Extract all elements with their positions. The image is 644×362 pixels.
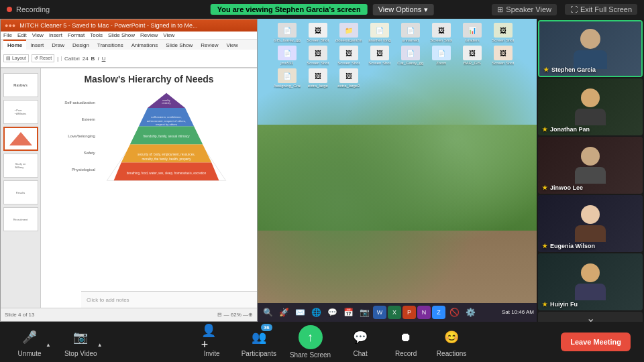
slide-thumb-6[interactable]: Recruitment [3, 207, 38, 231]
chat-button[interactable]: 💬 Chat [344, 326, 376, 357]
dock-launchpad[interactable]: 🚀 [276, 305, 291, 320]
svg-text:self-esteem, confidence,: self-esteem, confidence, [151, 115, 181, 119]
ppt-main-slide[interactable]: Maslow's Hierarchy of Needs Self-actuali… [41, 68, 257, 308]
desktop-icon-12[interactable]: 🖼 Screen Shot [366, 46, 394, 66]
record-button[interactable]: ⏺ Record [390, 326, 422, 357]
ppt-underline[interactable]: U [102, 56, 106, 62]
screen-share-info: You are viewing Stephen Garcia's screen … [211, 4, 434, 15]
dock-settings[interactable]: ⚙️ [463, 305, 478, 320]
dock-onenote[interactable]: N [417, 306, 431, 319]
desktop-icon-16[interactable]: 🖼 Screen Shot [489, 46, 517, 66]
desktop-icon-2[interactable]: 🖼 Screen Shot [304, 23, 332, 43]
ppt-menu-edit[interactable]: Edit [17, 32, 27, 38]
dock-word[interactable]: W [373, 306, 386, 319]
desktop-icon-17[interactable]: 📄 Assigning_Grains [273, 68, 301, 88]
share-screen-button[interactable]: ↑ Share Screen [290, 325, 331, 359]
stop-video-button[interactable]: 📷 Stop Video [64, 326, 97, 357]
main-content: ●●● MITCH Cleaner 5 - Saved to Mac - Pow… [0, 19, 644, 322]
notes-panel[interactable]: Click to add notes [81, 291, 257, 308]
ppt-menu-view2[interactable]: View [163, 32, 174, 38]
dock-photos[interactable]: 📷 [357, 305, 372, 320]
dock-powerpoint[interactable]: P [402, 306, 416, 319]
dock-zoom[interactable]: Z [432, 306, 445, 319]
ppt-tab-bar: Home Insert Draw Design Transitions Anim… [1, 40, 257, 50]
ppt-toolbar-layout[interactable]: ▤ Layout [3, 54, 29, 62]
dock-finder[interactable]: 🔍 [260, 305, 275, 320]
ppt-menu-review[interactable]: Review [140, 32, 158, 38]
participant-tile-eugenia: ★ Eugenia Wilson [538, 195, 643, 252]
desktop-icon-1[interactable]: 📄 GIS_Garey_gg [273, 23, 301, 43]
desktop-icon-11[interactable]: 🖼 Screen Shot [335, 46, 363, 66]
desktop-icon-19[interactable]: 🖼 extra_large2 [335, 68, 363, 88]
desktop-icon-15[interactable]: 🖼 BAR_GIS [458, 46, 486, 66]
ppt-tab-transitions[interactable]: Transitions [93, 41, 127, 50]
desktop-icon-5[interactable]: 📄 unnamed [396, 23, 425, 43]
desktop-icon-8[interactable]: 🖼 Screen Shot [489, 23, 517, 43]
view-options-button[interactable]: View Options ▾ [373, 4, 434, 15]
slide-thumb-3[interactable] [3, 127, 38, 151]
ppt-menu-tools[interactable]: Tools [90, 32, 103, 38]
ppt-tab-animations[interactable]: Animations [127, 41, 162, 50]
pyramid-label-4: Esteem [64, 111, 95, 127]
invite-button[interactable]: 👤+ Invite [196, 326, 228, 357]
recording-indicator: Recording [7, 5, 50, 13]
dock-safari[interactable]: 🌐 [309, 305, 323, 320]
ppt-menu-slideshow[interactable]: Slide Show [108, 32, 135, 38]
dock-excel[interactable]: X [388, 306, 401, 319]
invite-icon: 👤+ [201, 326, 223, 348]
dock-no-entry[interactable]: 🚫 [447, 305, 462, 320]
desktop-icon-6[interactable]: 🖼 Screen Shot [427, 23, 455, 43]
slide-thumb-4[interactable]: Study onMilitary [3, 154, 38, 178]
ppt-tab-draw[interactable]: Draw [48, 41, 68, 50]
participant-tile-jonathan: ★ Jonathan Pan [538, 78, 643, 135]
desktop-icon-9[interactable]: 📄 jms532 [273, 46, 301, 66]
top-bar-actions: ⊞ Speaker View ⛶ Exit Full Screen [492, 4, 637, 15]
unmute-arrow[interactable]: ▲ [46, 342, 51, 348]
ppt-body: Maslow's • Peer• Affiliates [1, 68, 257, 308]
exit-fullscreen-button[interactable]: ⛶ Exit Full Screen [565, 4, 637, 15]
slide-thumb-5[interactable]: Results [3, 180, 38, 204]
desktop-icon-3[interactable]: 📁 closetorganizing [335, 23, 363, 43]
ppt-toolbar-reset[interactable]: ↺ Reset [32, 54, 54, 62]
participants-icon: 👥 36 [248, 326, 270, 348]
desktop-icon-10[interactable]: 🖼 Screen Shot [304, 46, 332, 66]
ppt-font-size[interactable]: 24 [83, 56, 89, 62]
desktop-icon-18[interactable]: 🖼 extra_large [304, 68, 332, 88]
ppt-toolbar: ▤ Layout ↺ Reset | Calibri 24 B I U [1, 50, 257, 68]
ppt-tab-design[interactable]: Design [68, 41, 93, 50]
dock-mail[interactable]: ✉️ [292, 305, 307, 320]
record-label: Record [395, 350, 417, 357]
reactions-button[interactable]: 😊 Reactions [435, 326, 468, 357]
ppt-tab-home[interactable]: Home [3, 40, 26, 50]
leave-meeting-button[interactable]: Leave Meeting [561, 333, 631, 351]
zoom-toolbar: 🎤 Unmute ▲ 📷 Stop Video ▲ 👤+ Invite 👥 36 [0, 322, 644, 362]
desktop-icons: 📄 GIS_Garey_gg 🖼 Screen Shot 📁 closetorg… [270, 20, 535, 92]
ppt-bold[interactable]: B [91, 56, 95, 62]
ppt-menu-file[interactable]: File [3, 32, 12, 38]
stop-video-arrow[interactable]: ▲ [97, 342, 103, 348]
ppt-tab-insert[interactable]: Insert [26, 41, 48, 50]
unmute-button[interactable]: 🎤 Unmute [13, 326, 46, 357]
ppt-tab-view[interactable]: View [223, 41, 242, 50]
ppt-tab-review[interactable]: Review [197, 41, 222, 50]
slide-thumb-1[interactable]: Maslow's [3, 73, 38, 97]
slide-thumb-2[interactable]: • Peer• Affiliates [3, 100, 38, 124]
ppt-tab-slideshow[interactable]: Slide Show [162, 41, 197, 50]
dock-messages[interactable]: 💬 [325, 305, 339, 320]
ppt-menu-insert[interactable]: Insert [49, 32, 62, 38]
svg-text:morality,: morality, [162, 99, 170, 102]
desktop-icon-14[interactable]: 📄 Zoom [427, 46, 455, 66]
stop-video-label: Stop Video [64, 350, 97, 357]
ppt-italic[interactable]: I [97, 56, 99, 62]
participants-button[interactable]: 👥 36 Participants [241, 326, 276, 357]
desktop-icon-7[interactable]: 📊 Graders [458, 23, 486, 43]
stop-video-button-group: 📷 Stop Video ▲ [64, 326, 103, 357]
ppt-menu-view[interactable]: View [32, 32, 44, 38]
dock-calendar[interactable]: 📅 [341, 305, 356, 320]
desktop-icon-13[interactable]: 📄 Cat_Garey_gg [396, 46, 425, 66]
screen-share-badge: You are viewing Stephen Garcia's screen [211, 4, 368, 15]
ppt-font-name[interactable]: Calibri [64, 56, 80, 62]
desktop-icon-4[interactable]: 📄 another long [366, 23, 394, 43]
speaker-view-button[interactable]: ⊞ Speaker View [492, 4, 557, 15]
ppt-menu-format[interactable]: Format [68, 32, 85, 38]
